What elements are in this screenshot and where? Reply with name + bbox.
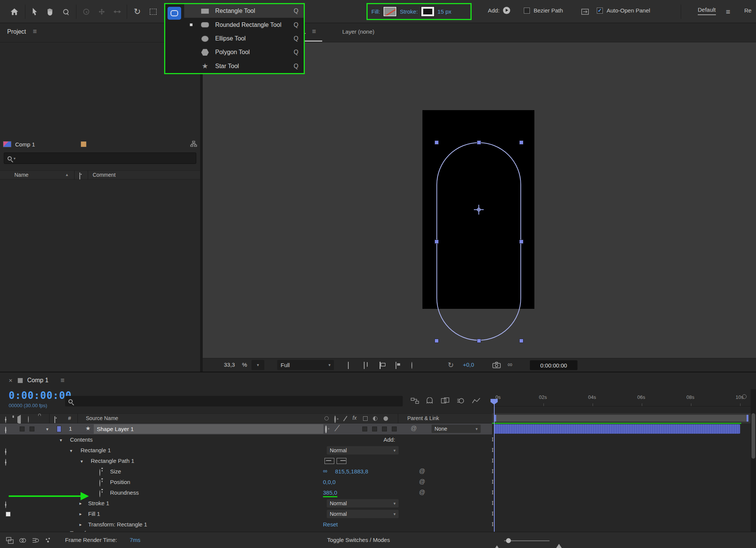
parent-link-dropdown[interactable]: None ▾ (432, 425, 481, 433)
size-value[interactable]: 815,5,1883,8 (335, 468, 368, 475)
rotation-tool-icon[interactable]: ↻ (131, 5, 144, 18)
shape-handle-bottom-center[interactable] (477, 339, 481, 343)
switch-collapse-icon[interactable] (334, 416, 336, 422)
layer-switch-cell[interactable] (372, 427, 377, 431)
bezier-path-checkbox[interactable] (524, 8, 530, 14)
property-name[interactable]: Contents (70, 436, 93, 443)
constrain-link-icon[interactable]: ∞ (323, 468, 327, 475)
stopwatch-icon[interactable] (99, 469, 100, 476)
shy-layers-icon[interactable] (426, 397, 433, 405)
switch-fx-icon[interactable]: fx (352, 415, 357, 421)
property-row-position[interactable]: Position 0,0,0 @ (0, 477, 492, 487)
property-name[interactable]: Stroke 1 (88, 500, 109, 506)
property-name[interactable]: Rectangle Path 1 (91, 458, 134, 464)
label-column-tag-icon[interactable] (79, 173, 80, 179)
stopwatch-icon[interactable] (99, 480, 100, 486)
stroke-width-value[interactable]: 15 px (438, 8, 452, 15)
layer-lock-toggle[interactable] (29, 427, 34, 431)
viewer-timecode[interactable]: 0:00:00:00 (530, 360, 577, 370)
brainstorm-icon[interactable] (45, 537, 51, 545)
stopwatch-icon[interactable] (99, 490, 100, 497)
panel-divider[interactable] (200, 23, 203, 372)
property-row-contents[interactable]: ▾ Contents Add: (0, 434, 492, 445)
roundness-value[interactable]: 385,0 (323, 489, 337, 497)
property-row-size[interactable]: Size ∞ 815,5,1883,8 @ (0, 466, 492, 477)
property-row-transform-rectangle-1[interactable]: ▸ Transform: Rectangle 1 Reset (0, 519, 492, 530)
shape-handle-bottom-right[interactable] (519, 339, 523, 343)
timeline-search-input[interactable] (65, 396, 403, 406)
zoom-value[interactable]: 33,3 (224, 361, 235, 368)
workspace-default-tab[interactable]: Default (698, 6, 716, 15)
workspace-partial-label[interactable]: Re (744, 7, 751, 14)
hand-tool-icon[interactable] (44, 5, 57, 18)
property-row-rectangle-1[interactable]: ▾ Rectangle 1 Normal ▾ (0, 445, 492, 456)
exposure-value[interactable]: +0,0 (463, 361, 474, 368)
layer-color-chip[interactable] (57, 426, 61, 432)
zoom-out-mountain-icon[interactable] (494, 539, 500, 545)
layer-eye-icon[interactable] (5, 427, 6, 433)
flowchart-icon[interactable] (190, 141, 197, 148)
layer-duration-bar[interactable] (494, 424, 740, 434)
switch-motion-blur-icon[interactable] (373, 416, 377, 421)
fill-swatch-none[interactable] (383, 7, 396, 16)
solo-column-icon[interactable] (28, 416, 29, 422)
reset-exposure-icon[interactable]: ↻ (448, 361, 454, 369)
switch-frame-blend-icon[interactable] (363, 416, 368, 421)
rounded-rectangle-shape[interactable] (436, 142, 521, 341)
grid-options-icon[interactable] (364, 362, 365, 369)
transparency-grid-icon[interactable] (411, 362, 412, 369)
project-panel-menu-icon[interactable]: ≡ (33, 28, 37, 36)
group-eye-icon[interactable] (5, 501, 6, 508)
layer-quality-switch-icon[interactable]: ╱ (335, 425, 338, 431)
show-snapshot-icon[interactable]: ∞ (508, 361, 512, 369)
motion-blur-toggle-icon[interactable] (32, 537, 39, 545)
timeline-tab-comp1[interactable]: Comp 1 (27, 377, 48, 384)
stroke1-blend-mode-dropdown[interactable]: Normal ▾ (327, 499, 399, 508)
menu-item-rounded-rectangle-tool[interactable]: Rounded Rectangle Tool Q (184, 18, 304, 31)
timeline-zoom-slider-track[interactable] (504, 540, 550, 541)
path-direction-icon[interactable] (324, 458, 334, 464)
frame-blend-toggle-icon[interactable] (19, 537, 26, 545)
zoom-in-mountain-icon[interactable] (555, 537, 563, 544)
fill-color-swatch[interactable] (6, 512, 11, 517)
property-name[interactable]: Roundness (110, 489, 139, 496)
shape-handle-bottom-left[interactable] (435, 339, 439, 343)
layer-switch-cell[interactable] (362, 427, 367, 431)
frame-blend-icon[interactable] (441, 397, 449, 405)
scrollbar-thumb[interactable] (751, 413, 755, 459)
property-row-fill-1[interactable]: ▸ Fill 1 Normal ▾ (0, 509, 492, 519)
fill1-blend-mode-dropdown[interactable]: Normal ▾ (327, 510, 399, 518)
column-parent-link[interactable]: Parent & Link (407, 415, 439, 421)
menu-item-rectangle-tool[interactable]: Rectangle Tool Q (184, 4, 304, 18)
shape-handle-top-left[interactable] (435, 140, 439, 145)
mask-path-visibility-icon[interactable] (579, 5, 591, 18)
label-color-chip[interactable] (81, 141, 87, 147)
property-name[interactable]: Fill 1 (88, 511, 100, 517)
property-pickwhip-icon[interactable]: @ (419, 478, 425, 485)
auto-open-panel-checkbox[interactable]: ✓ (597, 8, 603, 14)
switch-quality-icon[interactable] (343, 416, 348, 421)
workspace-menu-icon[interactable]: ≡ (722, 5, 734, 18)
shape-handle-top-right[interactable] (519, 140, 523, 145)
work-area-bar[interactable] (494, 415, 748, 422)
menu-item-ellipse-tool[interactable]: Ellipse Tool Q (184, 32, 304, 45)
zoom-dropdown[interactable]: ▾ (251, 360, 264, 370)
add-flyout-icon[interactable] (503, 7, 510, 14)
menu-item-polygon-tool[interactable]: Polygon Tool Q (184, 45, 304, 59)
snapshot-camera-icon[interactable] (492, 362, 501, 369)
layer-expand-chevron-icon[interactable]: ▾ (46, 427, 48, 432)
transform-rect1-chevron-icon[interactable]: ▸ (79, 522, 82, 527)
tab-project[interactable]: Project ≡ (7, 28, 37, 36)
toggle-switches-modes-button[interactable]: Toggle Switches / Modes (327, 537, 390, 543)
project-item-comp1[interactable]: Comp 1 (0, 139, 200, 149)
zoom-tool-icon[interactable] (59, 5, 72, 18)
timeline-panel-menu-icon[interactable]: ≡ (61, 377, 65, 385)
stroke-label[interactable]: Stroke: (400, 8, 418, 15)
switch-3d-icon[interactable] (383, 416, 388, 421)
timeline-vertical-scrollbar[interactable] (751, 389, 756, 532)
fill-label[interactable]: Fill: (371, 8, 380, 15)
stroke1-chevron-icon[interactable]: ▸ (79, 501, 82, 506)
composition-panel-menu-icon[interactable]: ≡ (312, 28, 316, 36)
property-row-rectangle-path-1[interactable]: ▾ Rectangle Path 1 (0, 456, 492, 466)
layer-row-shape-layer-1[interactable]: ▾ 1 ★ Shape Layer 1 ╱ @ None ▾ (0, 423, 492, 434)
